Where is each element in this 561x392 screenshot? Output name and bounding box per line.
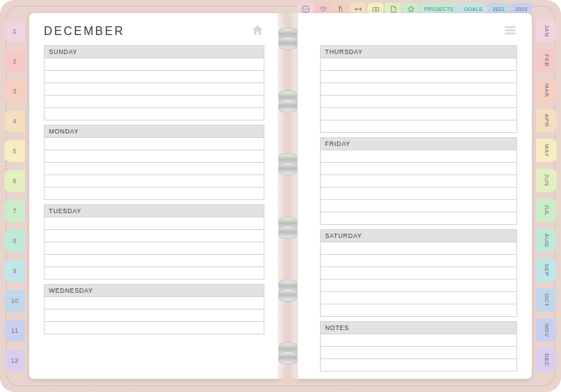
day-lines[interactable]	[320, 334, 517, 372]
day-header-thursday: THURSDAY	[320, 45, 517, 58]
day-lines[interactable]	[44, 218, 264, 280]
left-tab-11[interactable]: 11	[4, 320, 25, 342]
day-header-monday: MONDAY	[44, 125, 264, 138]
day-lines[interactable]	[320, 242, 517, 317]
day-lines[interactable]	[320, 150, 517, 225]
day-lines[interactable]	[320, 58, 517, 133]
day-lines[interactable]	[44, 297, 264, 334]
month-tab-may[interactable]: MAY	[536, 139, 557, 162]
left-number-tabs: 123456789101112	[4, 20, 25, 372]
month-tab-jul[interactable]: JUL	[536, 199, 557, 222]
binder-rings	[276, 26, 299, 366]
svg-rect-3	[505, 26, 515, 27]
right-page: THURSDAY FRIDAY SATURDAY NOTES	[298, 13, 532, 379]
day-header-wednesday: WEDNESDAY	[44, 284, 264, 297]
svg-point-2	[375, 8, 376, 9]
right-month-tabs: JANFEBMARAPRMAYJUNJULAUGSEPOCTNOVDEC	[536, 19, 557, 372]
day-lines[interactable]	[44, 58, 264, 120]
left-page: DECEMBER SUNDAY MONDAY TUESDAY WEDNESDAY	[29, 13, 278, 379]
svg-rect-5	[505, 32, 515, 34]
left-tab-10[interactable]: 10	[4, 290, 25, 312]
left-tab-1[interactable]: 1	[4, 20, 25, 42]
month-tab-sep[interactable]: SEP	[536, 258, 557, 282]
month-tab-feb[interactable]: FEB	[536, 49, 557, 72]
left-tab-8[interactable]: 8	[4, 230, 25, 252]
day-header-saturday: SATURDAY	[320, 229, 517, 242]
svg-rect-4	[505, 29, 515, 31]
left-tab-7[interactable]: 7	[4, 200, 25, 222]
left-tab-4[interactable]: 4	[4, 110, 25, 132]
home-icon[interactable]	[251, 23, 264, 40]
month-tab-dec[interactable]: DEC	[536, 348, 557, 372]
month-tab-jan[interactable]: JAN	[536, 19, 557, 42]
month-tab-jun[interactable]: JUN	[536, 169, 557, 192]
day-header-tuesday: TUESDAY	[44, 204, 264, 218]
left-tab-3[interactable]: 3	[4, 80, 25, 102]
menu-icon[interactable]	[503, 23, 517, 40]
binder-cover: 123456789101112 JANFEBMARAPRMAYJUNJULAUG…	[0, 0, 561, 392]
svg-rect-1	[373, 7, 378, 11]
month-tab-apr[interactable]: APR	[536, 109, 557, 132]
day-header-friday: FRIDAY	[320, 137, 517, 150]
month-title: DECEMBER	[44, 25, 125, 38]
left-tab-6[interactable]: 6	[4, 170, 25, 192]
month-tab-aug[interactable]: AUG	[536, 228, 557, 252]
month-tab-mar[interactable]: MAR	[536, 79, 557, 102]
day-header-notes: NOTES	[320, 321, 517, 334]
svg-rect-0	[302, 6, 308, 12]
left-tab-2[interactable]: 2	[4, 50, 25, 72]
day-lines[interactable]	[44, 138, 264, 200]
month-tab-nov[interactable]: NOV	[536, 318, 557, 342]
month-tab-oct[interactable]: OCT	[536, 288, 557, 312]
left-tab-9[interactable]: 9	[4, 260, 25, 282]
left-tab-5[interactable]: 5	[4, 140, 25, 162]
left-tab-12[interactable]: 12	[4, 350, 25, 372]
day-header-sunday: SUNDAY	[44, 45, 264, 58]
